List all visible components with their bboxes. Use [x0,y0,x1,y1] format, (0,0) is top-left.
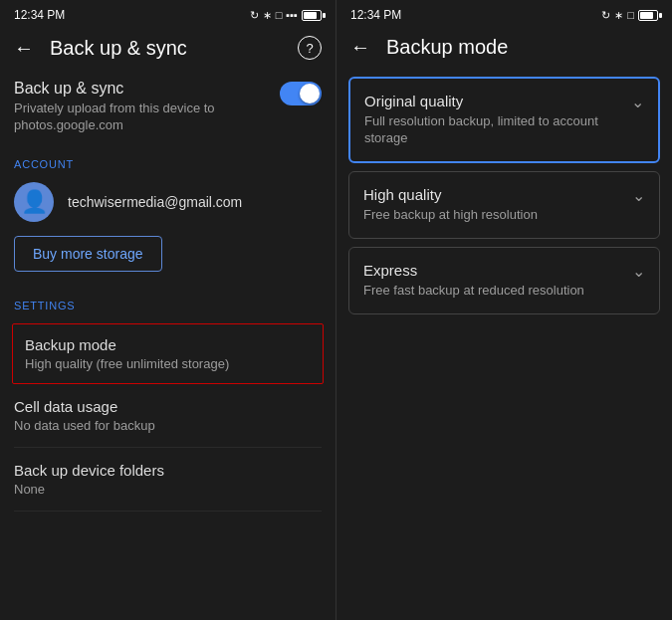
right-back-button[interactable]: ← [350,36,370,59]
right-bluetooth-icon: ∗ [614,9,623,22]
right-status-icons: ↻ ∗ □ [601,9,658,22]
account-email: techwisermedia@gmail.com [68,194,242,210]
backup-folders-item[interactable]: Back up device folders None [14,448,322,512]
mode-express-subtitle: Free fast backup at reduced resolution [363,283,584,300]
right-status-bar: 12:34 PM ↻ ∗ □ [336,0,672,28]
mode-original-subtitle: Full resolution backup, limited to accou… [364,113,623,147]
mode-original-header: Original quality Full resolution backup,… [364,93,644,147]
left-status-icons: ↻ ∗ □ ▪▪▪ [250,9,322,22]
right-top-bar: ← Backup mode [336,28,672,67]
right-page-title: Backup mode [386,36,658,59]
account-row: 👤 techwisermedia@gmail.com [14,182,322,222]
right-sync-icon: ↻ [601,9,610,22]
cell-data-item[interactable]: Cell data usage No data used for backup [14,384,322,448]
mode-high-card[interactable]: High quality Free backup at high resolut… [348,171,660,239]
backup-mode-subtitle: High quality (free unlimited storage) [25,356,311,371]
left-top-bar: ← Back up & sync ? [0,28,336,68]
account-section-label: ACCOUNT [14,158,322,170]
signal-icon: ▪▪▪ [286,9,298,21]
mode-express-card[interactable]: Express Free fast backup at reduced reso… [348,247,660,314]
mode-high-subtitle: Free backup at high resolution [363,207,538,224]
cell-data-title: Cell data usage [14,398,322,415]
backup-mode-content: Original quality Full resolution backup,… [336,67,672,620]
mode-high-title: High quality [363,186,538,203]
battery-icon [302,10,322,21]
mode-express-chevron: ⌄ [632,262,645,281]
mode-express-header: Express Free fast backup at reduced reso… [363,262,645,300]
backup-mode-title: Backup mode [25,336,311,353]
left-page-title: Back up & sync [50,37,282,60]
toggle-knob [300,84,320,103]
bluetooth-icon: ∗ [263,9,272,22]
sync-title: Back up & sync [14,80,280,98]
mode-express-title: Express [363,262,584,279]
backup-mode-item[interactable]: Backup mode High quality (free unlimited… [12,323,324,384]
cell-data-subtitle: No data used for backup [14,418,322,433]
avatar: 👤 [14,182,54,222]
sync-toggle-section: Back up & sync Privately upload from thi… [14,68,322,150]
left-back-button[interactable]: ← [14,37,34,60]
buy-storage-button[interactable]: Buy more storage [14,236,162,272]
sync-text: Back up & sync Privately upload from thi… [14,80,280,134]
left-content: Back up & sync Privately upload from thi… [0,68,336,620]
avatar-icon: 👤 [21,189,48,215]
sync-toggle[interactable] [280,82,322,105]
backup-folders-title: Back up device folders [14,462,322,479]
sync-icon: ↻ [250,9,259,22]
mode-original-chevron: ⌄ [631,93,644,111]
right-status-time: 12:34 PM [350,8,401,22]
mode-original-card[interactable]: Original quality Full resolution backup,… [348,77,660,163]
left-status-time: 12:34 PM [14,8,65,22]
help-button[interactable]: ? [298,36,322,60]
settings-section-label: SETTINGS [14,300,322,311]
right-battery-icon [638,10,658,21]
mode-high-header: High quality Free backup at high resolut… [363,186,645,224]
wifi-icon: □ [276,9,283,21]
backup-folders-subtitle: None [14,482,322,497]
left-status-bar: 12:34 PM ↻ ∗ □ ▪▪▪ [0,0,336,28]
sync-subtitle: Privately upload from this device to pho… [14,101,280,134]
left-panel: 12:34 PM ↻ ∗ □ ▪▪▪ ← Back up & sync ? Ba… [0,0,336,620]
right-panel: 12:34 PM ↻ ∗ □ ← Backup mode Original qu… [336,0,672,620]
right-wifi-icon: □ [627,9,634,21]
mode-original-title: Original quality [364,93,623,109]
mode-high-chevron: ⌄ [632,186,645,205]
